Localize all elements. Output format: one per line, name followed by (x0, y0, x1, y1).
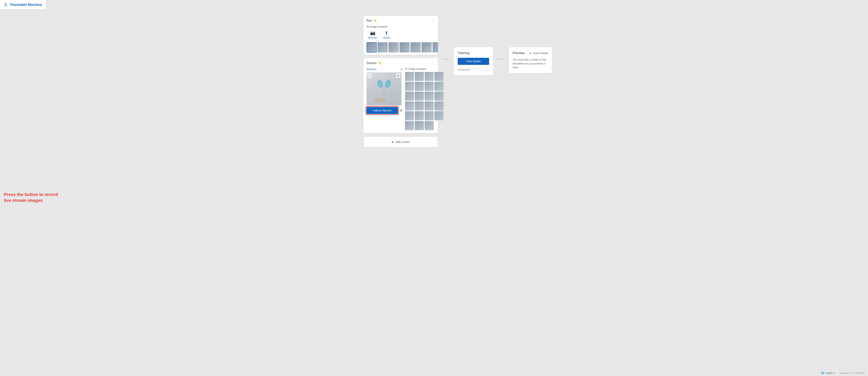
sample-thumb-16[interactable] (405, 111, 414, 120)
connector-line-2 (497, 59, 505, 59)
app-header: ☰ Teachable Machine (0, 0, 46, 9)
hamburger-menu[interactable]: ☰ (4, 2, 7, 7)
webcam-tab-label: Webcam (367, 68, 376, 71)
sample-thumb-17[interactable] (415, 111, 424, 120)
advanced-row[interactable]: Advanced ⌄ (458, 68, 489, 71)
annotation-text: Press the button to record live stream i… (4, 192, 58, 204)
scissor-left-panel: Webcam ✕ ⬜ ⇔ (363, 67, 403, 133)
hold-record-btn[interactable]: Hold to Record (367, 107, 398, 114)
preview-description: You must train a model on the left befor… (513, 58, 548, 69)
app-title: Teachable Machine (10, 3, 42, 7)
scissor-class-name: Scissor ✏️ (367, 61, 382, 65)
sample-thumb-3[interactable] (434, 72, 443, 81)
pen-card-header: Pen ✏️ ⋮ (363, 16, 438, 25)
pen-thumb-6[interactable] (433, 42, 438, 53)
pen-thumbnail-strip (363, 42, 438, 55)
pen-thumb-2[interactable] (389, 42, 399, 53)
connector-line-1 (442, 59, 450, 59)
pen-thumb-0[interactable] (367, 42, 377, 53)
sample-thumb-1[interactable] (415, 72, 424, 81)
add-class-button[interactable]: ⊕ Add a class (363, 136, 438, 148)
chevron-down-icon: ⌄ (487, 68, 489, 71)
language-selector[interactable]: 🌐 English ▾ (821, 372, 835, 374)
upload-icon: ⬆ (385, 30, 388, 36)
sample-thumb-18[interactable] (425, 111, 434, 120)
pen-webcam-btn[interactable]: 📷 Webcam (367, 30, 379, 40)
preview-header: Preview 🔺 Export Model (513, 51, 548, 55)
version-info: release-2-4-5 · 2-4.1819d7 (839, 372, 865, 374)
footer: 🌐 English ▾ release-2-4-5 · 2-4.1819d7 (818, 370, 868, 376)
export-icon: 🔺 (529, 52, 532, 55)
scissor-right-panel: 67 Image Samples (403, 67, 447, 133)
classes-column: Pen ✏️ ⋮ 48 Image Samples 📷 Webcam ⬆ Upl… (363, 16, 438, 148)
train-model-btn[interactable]: Train Model (458, 58, 489, 65)
pen-action-buttons: 📷 Webcam ⬆ Upload (363, 30, 438, 42)
svg-point-1 (384, 79, 392, 89)
webcam-feed: ⬜ ⇔ (367, 72, 401, 105)
pen-thumb-4[interactable] (410, 42, 421, 53)
sample-thumb-6[interactable] (425, 82, 434, 91)
svg-point-5 (374, 97, 386, 103)
webcam-tab-bar: Webcam ✕ (367, 67, 403, 71)
sample-thumb-10[interactable] (425, 92, 434, 101)
webcam-overlay-icons: ⬜ (368, 73, 372, 78)
training-panel: Training Train Model Advanced ⌄ (454, 47, 493, 75)
svg-point-4 (383, 92, 385, 94)
sample-thumb-12[interactable] (405, 101, 414, 111)
sample-thumb-20[interactable] (405, 121, 414, 130)
webcam-right-icon[interactable]: ⇔ (396, 73, 400, 78)
sample-thumb-5[interactable] (415, 82, 424, 91)
main-content: Pen ✏️ ⋮ 48 Image Samples 📷 Webcam ⬆ Upl… (0, 0, 868, 376)
hold-record-row: Hold to Record ⚙ (367, 107, 403, 114)
sample-thumb-8[interactable] (405, 92, 414, 101)
scissor-more-icon[interactable]: ⋮ (431, 61, 435, 65)
export-model-btn[interactable]: 🔺 Export Model (529, 52, 548, 55)
scissor-class-card: Scissor ✏️ ⋮ Webcam ✕ ⬜ (363, 58, 438, 133)
sample-thumb-21[interactable] (415, 121, 424, 130)
pen-more-icon[interactable]: ⋮ (431, 19, 435, 23)
scissor-inner: Webcam ✕ ⬜ ⇔ (363, 67, 438, 133)
pen-sample-count: 48 Image Samples (363, 25, 438, 30)
scissor-card-header: Scissor ✏️ ⋮ (363, 58, 438, 67)
svg-point-0 (376, 79, 384, 89)
sample-thumb-19[interactable] (434, 111, 443, 120)
sample-thumb-14[interactable] (425, 101, 434, 111)
crop-icon[interactable]: ⬜ (368, 73, 372, 78)
svg-rect-3 (387, 89, 391, 99)
sample-thumb-9[interactable] (415, 92, 424, 101)
sample-thumb-15[interactable] (434, 101, 443, 111)
sample-thumb-4[interactable] (405, 82, 414, 91)
preview-panel: Preview 🔺 Export Model You must train a … (509, 47, 552, 73)
globe-icon: 🌐 (821, 372, 824, 374)
sample-thumb-7[interactable] (434, 82, 443, 91)
pen-edit-icon[interactable]: ✏️ (374, 19, 377, 23)
add-class-icon: ⊕ (392, 140, 394, 144)
sample-thumb-0[interactable] (405, 72, 414, 81)
pen-thumb-5[interactable] (422, 42, 432, 53)
pen-thumb-3[interactable] (400, 42, 410, 53)
webcam-close-btn[interactable]: ✕ (400, 67, 403, 71)
webcam-icon: 📷 (370, 30, 375, 36)
scissor-samples-grid (405, 72, 443, 130)
sample-thumb-22[interactable] (425, 121, 434, 130)
scissor-sample-count: 67 Image Samples (405, 67, 443, 70)
pen-class-name: Pen ✏️ (367, 19, 377, 23)
pen-upload-btn[interactable]: ⬆ Upload (381, 30, 392, 40)
flip-icon[interactable]: ⇔ (396, 73, 400, 78)
pen-class-card: Pen ✏️ ⋮ 48 Image Samples 📷 Webcam ⬆ Upl… (363, 16, 438, 55)
sample-thumb-11[interactable] (434, 92, 443, 101)
settings-btn[interactable]: ⚙ (400, 108, 403, 113)
preview-title: Preview (513, 51, 525, 55)
training-title: Training (458, 51, 489, 55)
language-chevron-icon: ▾ (834, 372, 835, 374)
sample-thumb-13[interactable] (415, 101, 424, 111)
scissors-image (372, 78, 396, 103)
advanced-label: Advanced (458, 68, 470, 71)
sample-thumb-2[interactable] (425, 72, 434, 81)
scissor-edit-icon[interactable]: ✏️ (378, 62, 382, 65)
pen-thumb-1[interactable] (377, 42, 388, 53)
